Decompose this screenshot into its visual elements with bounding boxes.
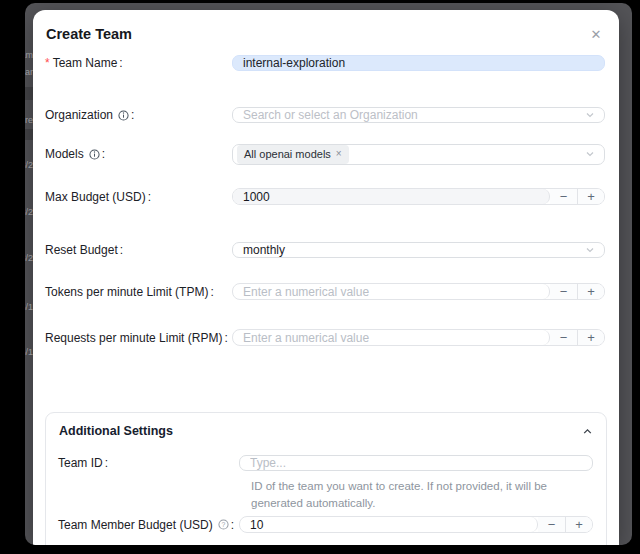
reset-budget-select[interactable]: monthly [232, 242, 605, 258]
organization-placeholder: Search or select an Organization [243, 108, 418, 122]
tpm-input[interactable] [233, 285, 549, 299]
team-name-row: * Team Name : [45, 48, 605, 77]
chevron-down-icon [585, 245, 595, 255]
decrement-button[interactable]: − [550, 189, 577, 204]
increment-button[interactable]: + [577, 330, 604, 345]
decrement-button[interactable]: − [550, 284, 577, 299]
background-text-fragment: 8/2 [25, 160, 33, 170]
background-text-fragment: 6/1 [25, 347, 33, 357]
team-id-help-text: ID of the team you want to create. If no… [251, 478, 586, 511]
reset-budget-value: monthly [243, 243, 285, 257]
team-id-label: Team ID : [58, 456, 239, 470]
svg-text:?: ? [221, 521, 225, 528]
chevron-down-icon [585, 149, 595, 159]
models-label: Models : [45, 147, 232, 161]
required-mark: * [45, 56, 50, 70]
team-id-row: Team ID : [58, 450, 593, 475]
rpm-stepper: − + [232, 329, 605, 346]
decrement-button[interactable]: − [538, 517, 565, 532]
model-tag: All openai models × [237, 145, 349, 164]
organization-select[interactable]: Search or select an Organization [232, 107, 605, 123]
team-member-budget-input[interactable] [240, 518, 537, 532]
team-id-input[interactable] [239, 455, 593, 471]
additional-settings-header[interactable]: Additional Settings [46, 413, 606, 445]
background-text-fragment: Cre [25, 115, 33, 125]
increment-button[interactable]: + [565, 517, 592, 532]
rpm-input[interactable] [233, 331, 549, 345]
additional-settings-card: Additional Settings Team ID : ID of the … [45, 412, 607, 545]
background-text-fragment: 5/1 [25, 302, 33, 312]
max-budget-stepper: − + [232, 188, 605, 205]
team-name-input[interactable] [232, 55, 605, 71]
decrement-button[interactable]: − [550, 330, 577, 345]
close-icon[interactable]: ✕ [585, 23, 607, 45]
max-budget-label: Max Budget (USD) : [45, 190, 232, 204]
info-icon[interactable] [118, 110, 129, 121]
max-budget-row: Max Budget (USD) : − + [45, 183, 605, 210]
chevron-up-icon [582, 426, 593, 437]
background-text-fragment: 8/2 [25, 253, 33, 263]
tpm-label: Tokens per minute Limit (TPM) : [45, 285, 232, 299]
rpm-row: Requests per minute Limit (RPM) : − + [45, 324, 605, 351]
team-member-budget-row: Team Member Budget (USD) ? : − + [58, 512, 593, 537]
remove-tag-icon[interactable]: × [336, 149, 342, 159]
increment-button[interactable]: + [577, 189, 604, 204]
team-name-label: * Team Name : [45, 56, 232, 70]
modal-title: Create Team [46, 26, 132, 42]
organization-label: Organization : [45, 108, 232, 122]
chevron-down-icon [585, 110, 595, 120]
reset-budget-label: Reset Budget : [45, 243, 232, 257]
reset-budget-row: Reset Budget : monthly [45, 237, 605, 263]
dimmed-background-window: am nar Cre 8/2 8/2 8/2 5/1 6/1 Create Te… [25, 3, 632, 545]
rpm-label: Requests per minute Limit (RPM) : [45, 331, 232, 345]
tpm-stepper: − + [232, 283, 605, 300]
models-select[interactable]: All openai models × [232, 144, 605, 165]
additional-settings-title: Additional Settings [59, 424, 582, 438]
models-row: Models : All openai models × [45, 141, 605, 167]
info-icon[interactable] [89, 149, 100, 160]
tpm-row: Tokens per minute Limit (TPM) : − + [45, 278, 605, 305]
background-text-fragment: 8/2 [25, 207, 33, 217]
team-member-budget-label: Team Member Budget (USD) ? : [58, 518, 239, 532]
question-icon[interactable]: ? [218, 519, 229, 530]
background-text-fragment: am [25, 50, 33, 60]
team-member-budget-stepper: − + [239, 516, 593, 533]
background-text-fragment: nar [25, 67, 33, 77]
create-team-modal: Create Team ✕ * Team Name : Organization… [33, 10, 619, 545]
increment-button[interactable]: + [577, 284, 604, 299]
max-budget-input[interactable] [233, 190, 549, 204]
organization-row: Organization : Search or select an Organ… [45, 102, 605, 128]
